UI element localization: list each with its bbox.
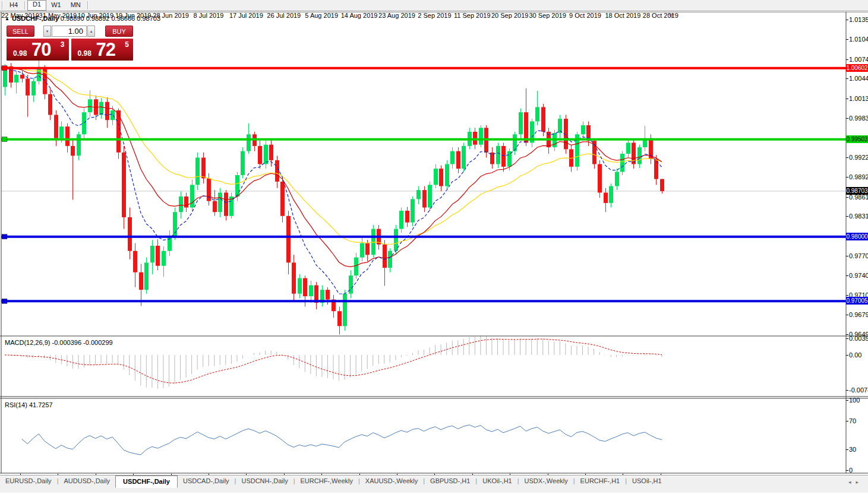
price-badge: 0.99503	[846, 135, 868, 143]
timeframe-button-h4[interactable]: H4	[5, 1, 23, 10]
price-axis-label: 0.99225	[849, 154, 868, 161]
candle-body-bull	[31, 81, 36, 96]
symbol-tab-bar: EURUSD-,Daily|AUDUSD-,DailyUSDCHF-,Daily…	[0, 475, 868, 493]
symbol-tab-eurusddaily[interactable]: EURUSD-,Daily	[0, 476, 57, 487]
date-axis-label: 19 Jun 2019	[115, 12, 151, 19]
symbol-tab-usdcnhdaily[interactable]: USDCNH-,Daily	[236, 476, 293, 487]
axis-tick	[846, 275, 848, 276]
date-axis-label: 28 Oct 2019	[643, 12, 678, 19]
price-axis-label: 0.98920	[849, 173, 868, 180]
candle-body-bull	[99, 102, 103, 115]
candle-body-bear	[598, 164, 602, 192]
timeframe-button-d1[interactable]: D1	[27, 0, 46, 11]
ma-slow-yellow	[5, 66, 662, 245]
symbol-tab-ukoilh1[interactable]: UKOil-,H1	[477, 476, 517, 487]
price-axis-label: 1.01045	[849, 36, 868, 43]
date-axis-label: 5 Aug 2019	[305, 12, 338, 19]
candle-body-bull	[218, 192, 222, 212]
candle-body-bear	[365, 243, 370, 255]
candle-body-bear	[405, 211, 409, 223]
candle-body-bull	[88, 99, 92, 112]
symbol-tab-eurchfh1[interactable]: EURCHF-,H1	[575, 476, 626, 487]
candle-body-bear	[207, 178, 211, 201]
symbol-tab-usdchfdaily[interactable]: USDCHF-,Daily	[115, 476, 178, 488]
candle-body-bull	[162, 251, 166, 266]
candle-body-bull	[626, 142, 630, 154]
symbol-tab-xauusdweekly[interactable]: XAUUSD-,Weekly	[360, 476, 423, 487]
ma-fast-blue	[5, 66, 662, 294]
candle-body-bear	[303, 278, 307, 297]
candle-body-bull	[479, 128, 483, 144]
axis-tick	[846, 118, 848, 119]
symbol-tab-usoilh1[interactable]: USOil-,H1	[627, 476, 667, 487]
toolbar-separator	[87, 1, 89, 9]
candle-body-bear	[269, 145, 273, 160]
mt4-terminal: { "toolbar": {"timeframes": [ {"label": …	[0, 0, 868, 504]
toolbar-separator	[2, 1, 3, 9]
date-axis-label: 20 Sep 2019	[491, 12, 528, 19]
axis-tick	[846, 197, 848, 198]
date-axis-label: 22 May 2019	[1, 12, 39, 19]
candle-body-bear	[292, 262, 296, 293]
chart-canvas[interactable]	[0, 12, 868, 475]
tab-scroll-right-icon: ▸	[856, 479, 863, 485]
date-axis-label: 14 Aug 2019	[341, 12, 378, 19]
candle-body-bull	[247, 134, 251, 151]
buy-button[interactable]: BUY	[105, 26, 133, 37]
symbol-tab-usdxweekly[interactable]: USDX-,Weekly	[519, 476, 573, 487]
symbol-tab-usdcaddaily[interactable]: USDCAD-,Daily	[178, 476, 235, 487]
axis-tick	[846, 295, 848, 296]
axis-tick	[846, 355, 848, 356]
candle-body-bear	[224, 192, 228, 215]
axis-tick	[846, 315, 848, 315]
volume-increase-button[interactable]: ▴	[87, 26, 95, 37]
candle-body-bull	[264, 145, 268, 164]
symbol-tab-audusddaily[interactable]: AUDUSD-,Daily	[58, 476, 115, 487]
candle-body-bear	[105, 102, 109, 121]
axis-tick	[846, 39, 848, 40]
sell-price-panel[interactable]: 0.98 70 3	[7, 39, 69, 61]
date-axis-label: 28 Jun 2019	[153, 12, 189, 19]
volume-input[interactable]: 1.00	[52, 26, 87, 37]
sell-price-prefix: 0.98	[13, 49, 27, 58]
candle-body-bull	[615, 172, 619, 186]
axis-tick	[846, 334, 848, 335]
axis-tick	[846, 59, 848, 60]
candle-body-bear	[139, 272, 143, 290]
candle-body-bull	[195, 158, 200, 185]
candle-body-bear	[501, 146, 506, 167]
macd-axis-label: 0.003574	[849, 335, 868, 342]
timeframe-button-w1[interactable]: W1	[46, 1, 66, 10]
timeframe-button-mn[interactable]: MN	[66, 1, 86, 10]
axis-tick	[846, 78, 848, 79]
date-axis-label: 10 Jun 2019	[78, 12, 114, 19]
candle-body-bear	[422, 190, 427, 207]
macd-indicator-label: MACD(12,26,9) -0.000396 -0.000299	[5, 339, 113, 346]
buy-price-big-digits: 72	[96, 39, 115, 61]
rsi-indicator-label: RSI(14) 41.7257	[5, 401, 53, 408]
buy-price-panel[interactable]: 0.98 72 5	[71, 39, 134, 61]
tab-scroll-arrows[interactable]: ◂▸	[848, 479, 863, 485]
candle-body-bull	[241, 151, 245, 175]
price-axis-label: 0.97705	[849, 252, 868, 259]
axis-tick	[846, 256, 848, 256]
sell-button[interactable]: SELL	[7, 26, 34, 37]
date-axis-label: 23 Aug 2019	[378, 12, 415, 19]
rsi-axis-label: 0	[849, 467, 853, 474]
candle-body-bear	[71, 146, 75, 156]
symbol-tab-eurchfweekly[interactable]: EURCHF-,Weekly	[295, 476, 358, 487]
candle-body-bull	[349, 275, 353, 294]
buy-price-pip: 5	[125, 40, 129, 49]
rsi-axis-label: 100	[849, 397, 860, 404]
one-click-trade-panel: SELL ▾ 1.00 ▴ BUY 0.98 70 3 0.98 72 5	[7, 26, 133, 61]
candle-body-bear	[54, 115, 58, 138]
symbol-tab-gbpusdh1[interactable]: GBPUSD-,H1	[425, 476, 475, 487]
candle-body-bear	[383, 245, 387, 268]
candle-body-bear	[286, 216, 291, 263]
candle-body-bear	[213, 201, 217, 213]
candle-body-bull	[111, 110, 115, 120]
candle-body-bear	[258, 146, 262, 164]
macd-axis-label: -0.00749	[849, 386, 868, 394]
volume-decrease-button[interactable]: ▾	[43, 26, 51, 37]
candle-body-bear	[65, 126, 70, 146]
